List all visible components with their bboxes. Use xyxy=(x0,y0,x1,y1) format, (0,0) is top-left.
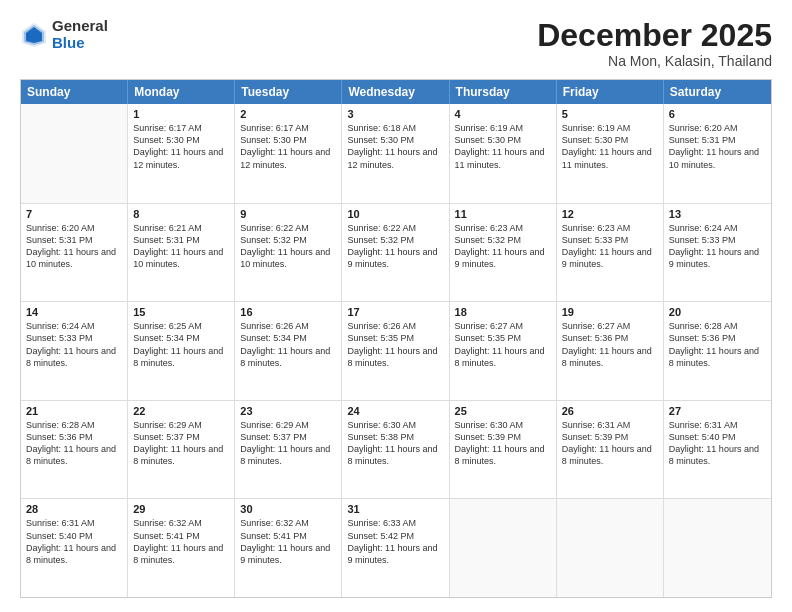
day-number: 2 xyxy=(240,108,336,120)
header-day-thursday: Thursday xyxy=(450,80,557,104)
cell-info: Sunrise: 6:21 AMSunset: 5:31 PMDaylight:… xyxy=(133,222,229,271)
cell-info: Sunrise: 6:23 AMSunset: 5:33 PMDaylight:… xyxy=(562,222,658,271)
day-number: 13 xyxy=(669,208,766,220)
day-number: 22 xyxy=(133,405,229,417)
cell-info: Sunrise: 6:31 AMSunset: 5:40 PMDaylight:… xyxy=(669,419,766,468)
calendar-cell-1-0: 7Sunrise: 6:20 AMSunset: 5:31 PMDaylight… xyxy=(21,204,128,302)
day-number: 20 xyxy=(669,306,766,318)
cell-info: Sunrise: 6:28 AMSunset: 5:36 PMDaylight:… xyxy=(669,320,766,369)
day-number: 4 xyxy=(455,108,551,120)
calendar-cell-3-2: 23Sunrise: 6:29 AMSunset: 5:37 PMDayligh… xyxy=(235,401,342,499)
day-number: 31 xyxy=(347,503,443,515)
cell-info: Sunrise: 6:22 AMSunset: 5:32 PMDaylight:… xyxy=(240,222,336,271)
cell-info: Sunrise: 6:30 AMSunset: 5:39 PMDaylight:… xyxy=(455,419,551,468)
day-number: 8 xyxy=(133,208,229,220)
calendar-cell-2-0: 14Sunrise: 6:24 AMSunset: 5:33 PMDayligh… xyxy=(21,302,128,400)
day-number: 3 xyxy=(347,108,443,120)
header-day-wednesday: Wednesday xyxy=(342,80,449,104)
calendar-cell-0-4: 4Sunrise: 6:19 AMSunset: 5:30 PMDaylight… xyxy=(450,104,557,203)
calendar-cell-1-5: 12Sunrise: 6:23 AMSunset: 5:33 PMDayligh… xyxy=(557,204,664,302)
calendar-cell-1-6: 13Sunrise: 6:24 AMSunset: 5:33 PMDayligh… xyxy=(664,204,771,302)
day-number: 27 xyxy=(669,405,766,417)
calendar-cell-3-5: 26Sunrise: 6:31 AMSunset: 5:39 PMDayligh… xyxy=(557,401,664,499)
calendar-cell-2-4: 18Sunrise: 6:27 AMSunset: 5:35 PMDayligh… xyxy=(450,302,557,400)
calendar-cell-2-1: 15Sunrise: 6:25 AMSunset: 5:34 PMDayligh… xyxy=(128,302,235,400)
calendar-header: SundayMondayTuesdayWednesdayThursdayFrid… xyxy=(21,80,771,104)
title-area: December 2025 Na Mon, Kalasin, Thailand xyxy=(537,18,772,69)
cell-info: Sunrise: 6:22 AMSunset: 5:32 PMDaylight:… xyxy=(347,222,443,271)
cell-info: Sunrise: 6:25 AMSunset: 5:34 PMDaylight:… xyxy=(133,320,229,369)
cell-info: Sunrise: 6:28 AMSunset: 5:36 PMDaylight:… xyxy=(26,419,122,468)
cell-info: Sunrise: 6:17 AMSunset: 5:30 PMDaylight:… xyxy=(240,122,336,171)
cell-info: Sunrise: 6:24 AMSunset: 5:33 PMDaylight:… xyxy=(669,222,766,271)
calendar-cell-4-6 xyxy=(664,499,771,597)
calendar-cell-1-3: 10Sunrise: 6:22 AMSunset: 5:32 PMDayligh… xyxy=(342,204,449,302)
calendar-cell-4-3: 31Sunrise: 6:33 AMSunset: 5:42 PMDayligh… xyxy=(342,499,449,597)
header-day-monday: Monday xyxy=(128,80,235,104)
calendar-cell-0-2: 2Sunrise: 6:17 AMSunset: 5:30 PMDaylight… xyxy=(235,104,342,203)
day-number: 12 xyxy=(562,208,658,220)
calendar: SundayMondayTuesdayWednesdayThursdayFrid… xyxy=(20,79,772,598)
calendar-cell-0-6: 6Sunrise: 6:20 AMSunset: 5:31 PMDaylight… xyxy=(664,104,771,203)
calendar-week-4: 21Sunrise: 6:28 AMSunset: 5:36 PMDayligh… xyxy=(21,400,771,499)
day-number: 7 xyxy=(26,208,122,220)
calendar-cell-4-4 xyxy=(450,499,557,597)
cell-info: Sunrise: 6:29 AMSunset: 5:37 PMDaylight:… xyxy=(240,419,336,468)
day-number: 15 xyxy=(133,306,229,318)
day-number: 28 xyxy=(26,503,122,515)
calendar-week-3: 14Sunrise: 6:24 AMSunset: 5:33 PMDayligh… xyxy=(21,301,771,400)
cell-info: Sunrise: 6:19 AMSunset: 5:30 PMDaylight:… xyxy=(562,122,658,171)
day-number: 23 xyxy=(240,405,336,417)
page: General Blue December 2025 Na Mon, Kalas… xyxy=(0,0,792,612)
calendar-cell-3-3: 24Sunrise: 6:30 AMSunset: 5:38 PMDayligh… xyxy=(342,401,449,499)
cell-info: Sunrise: 6:20 AMSunset: 5:31 PMDaylight:… xyxy=(669,122,766,171)
cell-info: Sunrise: 6:27 AMSunset: 5:35 PMDaylight:… xyxy=(455,320,551,369)
header: General Blue December 2025 Na Mon, Kalas… xyxy=(20,18,772,69)
cell-info: Sunrise: 6:24 AMSunset: 5:33 PMDaylight:… xyxy=(26,320,122,369)
cell-info: Sunrise: 6:31 AMSunset: 5:39 PMDaylight:… xyxy=(562,419,658,468)
calendar-week-1: 1Sunrise: 6:17 AMSunset: 5:30 PMDaylight… xyxy=(21,104,771,203)
cell-info: Sunrise: 6:29 AMSunset: 5:37 PMDaylight:… xyxy=(133,419,229,468)
calendar-cell-2-5: 19Sunrise: 6:27 AMSunset: 5:36 PMDayligh… xyxy=(557,302,664,400)
calendar-cell-3-1: 22Sunrise: 6:29 AMSunset: 5:37 PMDayligh… xyxy=(128,401,235,499)
day-number: 16 xyxy=(240,306,336,318)
calendar-cell-1-2: 9Sunrise: 6:22 AMSunset: 5:32 PMDaylight… xyxy=(235,204,342,302)
day-number: 26 xyxy=(562,405,658,417)
calendar-cell-0-0 xyxy=(21,104,128,203)
calendar-cell-4-5 xyxy=(557,499,664,597)
header-day-saturday: Saturday xyxy=(664,80,771,104)
day-number: 29 xyxy=(133,503,229,515)
cell-info: Sunrise: 6:30 AMSunset: 5:38 PMDaylight:… xyxy=(347,419,443,468)
logo-general: General xyxy=(52,18,108,35)
day-number: 21 xyxy=(26,405,122,417)
day-number: 6 xyxy=(669,108,766,120)
calendar-body: 1Sunrise: 6:17 AMSunset: 5:30 PMDaylight… xyxy=(21,104,771,597)
calendar-cell-4-2: 30Sunrise: 6:32 AMSunset: 5:41 PMDayligh… xyxy=(235,499,342,597)
day-number: 14 xyxy=(26,306,122,318)
calendar-cell-4-1: 29Sunrise: 6:32 AMSunset: 5:41 PMDayligh… xyxy=(128,499,235,597)
day-number: 19 xyxy=(562,306,658,318)
cell-info: Sunrise: 6:33 AMSunset: 5:42 PMDaylight:… xyxy=(347,517,443,566)
day-number: 5 xyxy=(562,108,658,120)
calendar-cell-2-6: 20Sunrise: 6:28 AMSunset: 5:36 PMDayligh… xyxy=(664,302,771,400)
cell-info: Sunrise: 6:19 AMSunset: 5:30 PMDaylight:… xyxy=(455,122,551,171)
day-number: 30 xyxy=(240,503,336,515)
cell-info: Sunrise: 6:17 AMSunset: 5:30 PMDaylight:… xyxy=(133,122,229,171)
cell-info: Sunrise: 6:27 AMSunset: 5:36 PMDaylight:… xyxy=(562,320,658,369)
calendar-cell-0-1: 1Sunrise: 6:17 AMSunset: 5:30 PMDaylight… xyxy=(128,104,235,203)
logo-blue: Blue xyxy=(52,35,108,52)
calendar-cell-0-5: 5Sunrise: 6:19 AMSunset: 5:30 PMDaylight… xyxy=(557,104,664,203)
cell-info: Sunrise: 6:32 AMSunset: 5:41 PMDaylight:… xyxy=(133,517,229,566)
cell-info: Sunrise: 6:26 AMSunset: 5:34 PMDaylight:… xyxy=(240,320,336,369)
logo-text: General Blue xyxy=(52,18,108,51)
calendar-cell-4-0: 28Sunrise: 6:31 AMSunset: 5:40 PMDayligh… xyxy=(21,499,128,597)
calendar-cell-3-6: 27Sunrise: 6:31 AMSunset: 5:40 PMDayligh… xyxy=(664,401,771,499)
cell-info: Sunrise: 6:23 AMSunset: 5:32 PMDaylight:… xyxy=(455,222,551,271)
calendar-cell-3-4: 25Sunrise: 6:30 AMSunset: 5:39 PMDayligh… xyxy=(450,401,557,499)
cell-info: Sunrise: 6:31 AMSunset: 5:40 PMDaylight:… xyxy=(26,517,122,566)
day-number: 17 xyxy=(347,306,443,318)
cell-info: Sunrise: 6:18 AMSunset: 5:30 PMDaylight:… xyxy=(347,122,443,171)
day-number: 10 xyxy=(347,208,443,220)
calendar-cell-0-3: 3Sunrise: 6:18 AMSunset: 5:30 PMDaylight… xyxy=(342,104,449,203)
calendar-cell-1-4: 11Sunrise: 6:23 AMSunset: 5:32 PMDayligh… xyxy=(450,204,557,302)
